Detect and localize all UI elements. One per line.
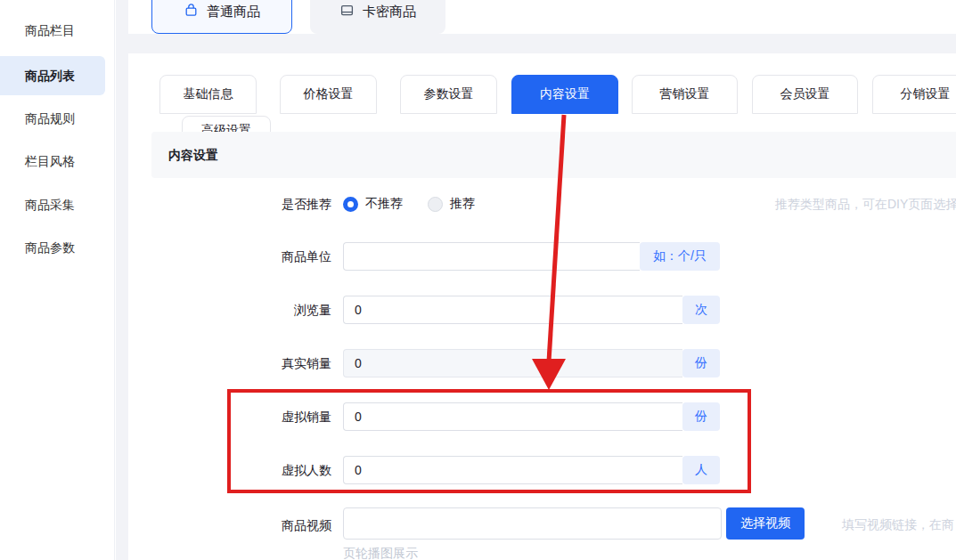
radio-recommend[interactable] <box>428 197 443 212</box>
unit-label: 商品单位 <box>223 248 331 265</box>
video-input[interactable] <box>343 507 722 540</box>
views-suffix: 次 <box>682 296 720 324</box>
virtual-people-input[interactable] <box>343 456 682 484</box>
views-input[interactable] <box>343 296 682 324</box>
sidebar-item-product-params[interactable]: 商品参数 <box>0 230 105 265</box>
tab-param-settings[interactable]: 参数设置 <box>400 75 497 114</box>
product-type-card-button[interactable]: 卡密商品 <box>310 0 445 34</box>
virtual-sales-label: 虚拟销量 <box>223 408 331 426</box>
radio-recommend-label[interactable]: 推荐 <box>450 196 475 212</box>
recommend-hint: 推荐类型商品，可在DIY页面选择 <box>775 197 956 213</box>
video-field <box>343 507 722 540</box>
recommend-label: 是否推荐 <box>223 195 331 213</box>
tab-member-settings[interactable]: 会员设置 <box>752 75 858 114</box>
bag-icon <box>184 3 199 20</box>
real-sales-field: 份 <box>343 349 720 377</box>
sidebar-item-product-category[interactable]: 商品栏目 <box>0 12 105 48</box>
select-video-button[interactable]: 选择视频 <box>726 507 805 540</box>
radio-not-recommend-label[interactable]: 不推荐 <box>365 196 403 212</box>
sidebar-item-product-collect[interactable]: 商品采集 <box>0 187 105 223</box>
tab-basic-info[interactable]: 基础信息 <box>159 75 257 114</box>
radio-not-recommend[interactable] <box>343 197 358 212</box>
card-icon <box>339 3 355 20</box>
product-type-normal-label: 普通商品 <box>207 4 260 20</box>
virtual-people-suffix: 人 <box>682 456 720 484</box>
real-sales-label: 真实销量 <box>223 354 331 372</box>
real-sales-input[interactable] <box>343 349 682 377</box>
tab-marketing-settings[interactable]: 营销设置 <box>632 75 738 114</box>
sidebar-item-product-list[interactable]: 商品列表 <box>0 56 105 95</box>
unit-field: 如：个/只 <box>343 242 720 271</box>
unit-input[interactable] <box>343 242 640 271</box>
virtual-sales-input[interactable] <box>343 402 682 431</box>
sidebar: 商品栏目 商品列表 商品规则 栏目风格 商品采集 商品参数 <box>0 0 115 560</box>
virtual-people-label: 虚拟人数 <box>223 461 331 479</box>
tab-distribution-settings[interactable]: 分销设置 <box>872 75 956 114</box>
tab-content-settings[interactable]: 内容设置 <box>511 75 618 114</box>
real-sales-suffix: 份 <box>682 349 720 377</box>
tab-price-settings[interactable]: 价格设置 <box>280 75 377 114</box>
section-title: 内容设置 <box>151 132 956 178</box>
product-edit-page: { "colors": { "primary": "#2166f2", "ann… <box>0 0 956 560</box>
sidebar-content-gap <box>116 0 128 560</box>
views-label: 浏览量 <box>223 301 331 319</box>
video-label: 商品视频 <box>223 516 331 534</box>
panel-gap <box>128 34 956 53</box>
product-type-normal-button[interactable]: 普通商品 <box>151 0 292 34</box>
virtual-sales-field: 份 <box>343 402 720 431</box>
carousel-partial-text: 页轮播图展示 <box>343 546 418 560</box>
sidebar-item-product-rules[interactable]: 商品规则 <box>0 101 105 136</box>
virtual-people-field: 人 <box>343 456 720 484</box>
unit-suffix: 如：个/只 <box>640 242 720 271</box>
video-hint: 填写视频链接，在商 <box>842 517 954 533</box>
virtual-sales-suffix: 份 <box>682 402 720 431</box>
sidebar-item-category-style[interactable]: 栏目风格 <box>0 143 105 179</box>
product-type-card-label: 卡密商品 <box>363 4 416 20</box>
recommend-radio-group: 不推荐 推荐 <box>343 195 500 213</box>
views-field: 次 <box>343 296 720 324</box>
